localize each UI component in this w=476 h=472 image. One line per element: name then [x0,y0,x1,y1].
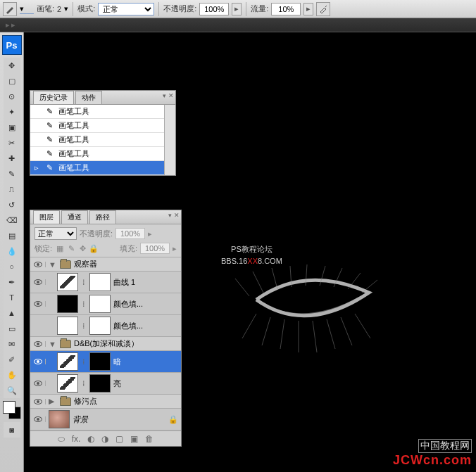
quickmask-icon[interactable]: ◙ [4,422,20,438]
adjustment-thumb[interactable] [57,374,78,393]
stamp-tool-icon[interactable]: ⎍ [4,181,20,197]
visibility-icon[interactable] [34,416,42,422]
adjustment-thumb[interactable] [57,273,78,291]
wand-tool-icon[interactable]: ✦ [4,104,20,120]
visibility-icon[interactable] [34,399,42,404]
visibility-icon[interactable] [34,341,42,347]
tab-layers[interactable]: 图层 [33,210,60,224]
brush-size-dropdown-icon[interactable]: ▾ [64,4,68,13]
visibility-icon[interactable] [34,301,42,307]
mask-thumb[interactable] [89,374,111,393]
layer-colorfill[interactable]: ⁞ 颜色填... [30,315,181,337]
lock-all-icon[interactable]: 🔒 [89,243,99,253]
layer-curves[interactable]: ⁞ 曲线 1 [30,272,181,293]
visibility-icon[interactable] [34,262,42,267]
mask-thumb[interactable] [89,352,111,371]
adjustment-thumb[interactable] [57,352,78,371]
layer-colorfill[interactable]: ⁞ 颜色填... [30,293,181,315]
grip-dots-icon: ▸▸ [6,20,17,30]
lock-transparent-icon[interactable]: ▦ [55,243,65,253]
visibility-icon[interactable] [34,381,42,386]
flow-input[interactable] [271,3,301,15]
shape-tool-icon[interactable]: ▭ [4,321,20,336]
type-tool-icon[interactable]: T [4,290,20,305]
layer-thumb[interactable] [57,317,78,335]
history-item[interactable]: ✎画笔工具 [30,133,175,147]
visibility-icon[interactable] [34,279,42,285]
eyedropper-tool-icon[interactable]: ✐ [4,352,20,367]
flow-arrow-icon[interactable]: ▸ [303,3,313,15]
tab-history[interactable]: 历史记录 [33,91,74,104]
brush-tool-icon[interactable]: ✎ [4,166,20,181]
layer-fill-input[interactable] [140,243,170,254]
link-layers-icon[interactable]: ⬭ [58,434,65,444]
mask-icon[interactable]: ◐ [87,434,94,444]
zoom-tool-icon[interactable]: 🔍 [4,383,20,398]
layer-thumb[interactable] [49,410,70,428]
blend-mode-select[interactable]: 正常 [98,3,154,15]
brush-tool-icon[interactable] [3,2,17,16]
blend-mode-select[interactable]: 正常 [35,227,77,240]
brush-icon: ✎ [44,135,54,145]
gradient-tool-icon[interactable]: ▤ [4,228,20,243]
collapsed-panel-strip[interactable]: ▸▸ [0,18,476,32]
opacity-arrow-icon[interactable]: ▸ [148,229,152,238]
opacity-input[interactable] [199,3,229,15]
notes-tool-icon[interactable]: ✉ [4,336,20,352]
airbrush-icon[interactable] [316,2,330,16]
panel-menu-icon[interactable]: ▾ ✕ [163,92,174,99]
hand-tool-icon[interactable]: ✋ [4,367,20,383]
crop-tool-icon[interactable]: ▣ [4,120,20,135]
lock-pixels-icon[interactable]: ✎ [66,243,76,253]
opacity-arrow-icon[interactable]: ▸ [232,3,242,15]
photoshop-logo[interactable]: Ps [2,35,22,55]
layer-background[interactable]: 背景 🔒 [30,409,181,430]
dodge-tool-icon[interactable]: ○ [4,259,20,274]
layer-group[interactable]: ▶ 修污点 [30,395,181,409]
layer-dark-selected[interactable]: ⁞ 暗 [30,351,181,373]
foreground-color-swatch[interactable] [3,401,15,414]
layer-group[interactable]: ▼ D&B(加深和减淡） [30,337,181,351]
visibility-icon[interactable] [34,359,42,364]
new-layer-icon[interactable]: ▣ [130,434,138,444]
layer-thumb[interactable] [57,295,78,313]
history-brush-icon[interactable]: ↺ [4,197,20,212]
layer-light[interactable]: ⁞ 亮 [30,373,181,395]
scrollbar[interactable] [164,105,175,175]
brush-size-value[interactable]: 2 [57,5,61,13]
layer-opacity-input[interactable] [115,228,145,239]
brush-preset-dropdown[interactable]: ▾ [20,4,34,14]
mask-thumb[interactable] [89,295,111,313]
expand-icon[interactable]: ▼ [49,340,57,348]
fill-arrow-icon[interactable]: ▸ [173,244,177,253]
layer-group[interactable]: ▼ 观察器 [30,257,181,272]
expand-icon[interactable]: ▶ [49,397,57,406]
blur-tool-icon[interactable]: 💧 [4,243,20,259]
tab-paths[interactable]: 路径 [89,210,116,224]
tab-actions[interactable]: 动作 [75,91,102,104]
eraser-tool-icon[interactable]: ⌫ [4,212,20,228]
move-tool-icon[interactable]: ✥ [4,58,20,73]
marquee-tool-icon[interactable]: ▢ [4,73,20,89]
mask-thumb[interactable] [89,273,111,291]
pen-tool-icon[interactable]: ✒ [4,274,20,290]
lock-position-icon[interactable]: ✥ [77,243,87,253]
new-group-icon[interactable]: ▢ [115,434,123,444]
color-swatches[interactable] [3,401,21,419]
path-select-icon[interactable]: ▲ [4,305,20,321]
expand-icon[interactable]: ▼ [49,260,57,269]
tab-channels[interactable]: 通道 [61,210,88,224]
lasso-tool-icon[interactable]: ⊙ [4,89,20,104]
panel-menu-icon[interactable]: ▾ ✕ [168,212,180,219]
fx-icon[interactable]: fx. [72,434,81,444]
slice-tool-icon[interactable]: ✂ [4,135,20,151]
adjustment-icon[interactable]: ◑ [101,434,108,444]
history-item-selected[interactable]: ▹✎画笔工具 [30,161,175,175]
mask-thumb[interactable] [89,317,111,335]
delete-layer-icon[interactable]: 🗑 [145,434,154,444]
heal-tool-icon[interactable]: ✚ [4,151,20,166]
watermark-line1: PS教程论坛 [221,243,282,255]
history-item[interactable]: ✎画笔工具 [30,119,175,133]
history-item[interactable]: ✎画笔工具 [30,147,175,161]
history-item[interactable]: ✎画笔工具 [30,105,175,119]
